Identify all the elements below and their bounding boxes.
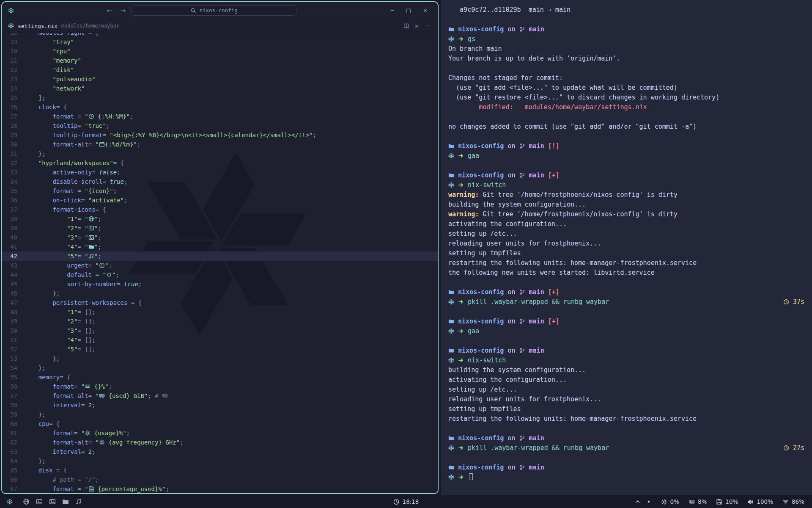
code-line-18[interactable]: 18 modules-right = [ [2,33,438,37]
code-line-27[interactable]: 27 format = " {:%H:%M}"; [2,112,438,121]
code-line-29[interactable]: 29 tooltip-format= "<big>{:%Y %B}</big>\… [2,130,438,140]
code-line-23[interactable]: 23 "pulseaudio" [2,75,438,84]
code-line-36[interactable]: 36 on-click= "activate"; [2,196,438,205]
code-line-20[interactable]: 20 "cpu" [2,47,438,56]
workspace-button-5[interactable] [75,498,82,505]
editor[interactable]: 18 modules-right = [19 "tray"20 "cpu"21 … [2,33,438,493]
code-line-58[interactable]: 58 interval= 2; [2,400,438,410]
module-pulseaudio[interactable]: 100% [747,498,773,505]
code-line-47[interactable]: 47 persistent-workspaces = { [2,298,438,307]
code-line-59[interactable]: 59 }; [2,410,438,419]
code-line-51[interactable]: 51 "4"= []; [2,335,438,345]
code-line-32[interactable]: 32 "hyprland/workspaces"= { [2,158,438,168]
code-line-37[interactable]: 37 format-icons= { [2,205,438,214]
code-line-61[interactable]: 61 format= " {usage}%"; [2,428,438,438]
code-line-31[interactable]: 31 }; [2,149,438,158]
command-center[interactable]: nixos-config [132,5,296,16]
module-value: 8% [698,498,707,505]
workspace-button-4[interactable] [62,498,69,505]
terminal-line: nixos-config on main [448,25,804,34]
code-line-39[interactable]: 39 "2"= ""; [2,224,438,233]
branch-icon [519,435,525,441]
code-line-42[interactable]: 42 "5"= ""; [2,251,438,261]
module-network[interactable]: 86% [782,498,804,505]
code-line-33[interactable]: 33 active-only= false; [2,168,438,177]
tray-chevron-up-icon[interactable] [635,499,641,505]
nix-launcher-icon[interactable] [7,499,13,505]
text-segment: Git tree '/home/frostphoenix/nixos-confi… [479,210,678,218]
code-line-64[interactable]: 64 }; [2,456,438,466]
text-segment: restarting the following units: home-man… [448,415,697,422]
code-line-50[interactable]: 50 "3"= []; [2,326,438,335]
code-line-34[interactable]: 34 disable-scroll= true; [2,177,438,186]
workspace-button-2[interactable] [36,498,43,505]
code-line-40[interactable]: 40 "3"= ""; [2,233,438,242]
music-icon [75,498,82,505]
code-line-49[interactable]: 49 "2"= []; [2,317,438,326]
code-line-25[interactable]: 25 ]; [2,93,438,102]
code-line-46[interactable]: 46 }; [2,289,438,298]
code-line-54[interactable]: 54 }; [2,363,438,373]
text-segment: nixos-config [458,347,504,354]
workspace-button-3[interactable] [49,498,56,505]
code-line-19[interactable]: 19 "tray" [2,37,438,47]
code-line-41[interactable]: 41 "4"= ""; [2,242,438,251]
code-line-66[interactable]: 66 # path = "/"; [2,475,438,484]
code-line-38[interactable]: 38 "1"= ""; [2,214,438,224]
text-segment [525,142,529,150]
code-line-60[interactable]: 60 cpu= { [2,419,438,428]
code-line-21[interactable]: 21 "memory" [2,56,438,65]
code-line-67[interactable]: 67 format = " {percentage_used}%"; [2,484,438,493]
text-segment: = [77,318,85,325]
code-line-48[interactable]: 48 "1"= []; [2,307,438,317]
line-number: 59 [2,410,24,419]
maximize-button[interactable]: □ [402,7,415,14]
code-line-30[interactable]: 30 format-alt= "{:%d/%m}"; [2,140,438,149]
line-number: 40 [2,233,24,242]
minimize-button[interactable]: ─ [387,7,398,14]
module-cpu[interactable]: 0% [661,498,679,505]
code-line-44[interactable]: 44 default = ""; [2,270,438,279]
text-segment: on [504,171,519,179]
workspace-button-1[interactable] [23,498,30,505]
code-line-24[interactable]: 24 "network" [2,84,438,93]
text-segment: = [77,234,85,241]
text-segment: true [124,281,138,287]
code-line-63[interactable]: 63 interval= 2; [2,447,438,456]
code-line-45[interactable]: 45 sort-by-number= true; [2,279,438,289]
code-line-53[interactable]: 53 }; [2,354,438,363]
bar-clock[interactable]: 18:18 [393,498,419,505]
code-line-62[interactable]: 62 format-alt= " {avg_frequency} GHz"; [2,438,438,447]
tab-more-button[interactable]: ··· [424,23,432,29]
text-segment: = { [56,104,67,110]
code-line-28[interactable]: 28 tooltip= "true"; [2,121,438,130]
text-segment [454,298,458,306]
tab-filename[interactable]: settings.nix [18,23,58,29]
close-button[interactable]: × [419,7,432,14]
text-segment: on [504,318,519,325]
nav-back-button[interactable]: ← [104,7,115,14]
module-memory[interactable]: 8% [689,498,707,505]
module-disk[interactable]: 10% [716,498,738,505]
split-editor-icon[interactable] [403,23,409,29]
text-segment [525,434,529,442]
text-segment: " [96,262,99,269]
terminal[interactable]: a9c0c72..d11029b main → main nixos-confi… [441,0,812,495]
code-line-56[interactable]: 56 format= " {}%"; [2,382,438,391]
code-line-55[interactable]: 55 memory= { [2,373,438,382]
code-line-43[interactable]: 43 urgent= ""; [2,261,438,270]
code-line-35[interactable]: 35 format = "{icon}"; [2,186,438,196]
code-line-52[interactable]: 52 "5"= []; [2,345,438,354]
tray-dot-icon[interactable] [646,499,652,505]
nav-forward-button[interactable]: → [118,7,128,14]
terminal-line: nix-switch [448,356,804,365]
line-number: 38 [2,214,24,224]
tab-close-button[interactable]: × [413,23,420,29]
code-line-26[interactable]: 26 clock= { [2,102,438,112]
text-segment: clock [38,104,56,110]
code-line-22[interactable]: 22 "disk" [2,65,438,75]
code-line-57[interactable]: 57 format-alt= " {used} GiB"; # [2,391,438,400]
text-segment [24,290,52,297]
editor-titlebar[interactable]: ← → nixos-config ─ □ × [2,2,438,19]
code-line-65[interactable]: 65 disk = { [2,466,438,475]
